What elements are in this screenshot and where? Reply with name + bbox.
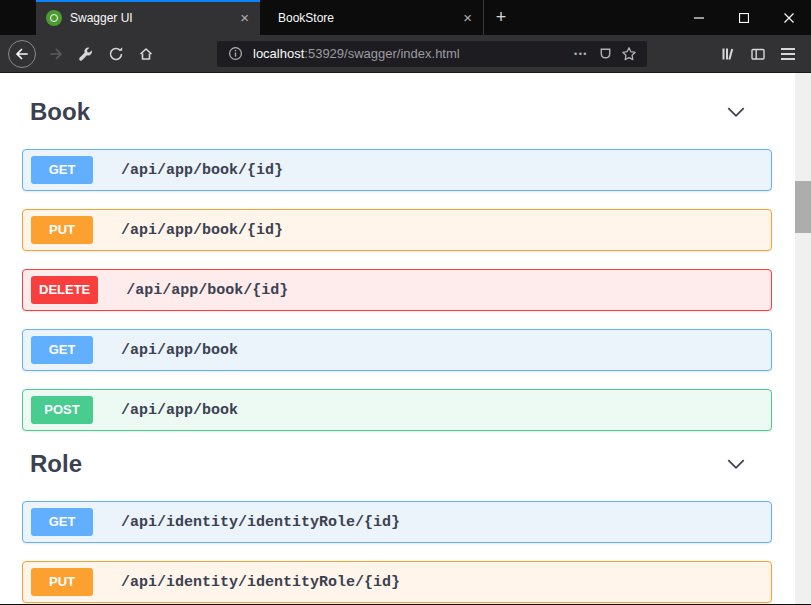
hamburger-icon xyxy=(781,48,795,50)
refresh-button[interactable] xyxy=(101,40,131,68)
method-badge: POST xyxy=(31,396,93,424)
endpoint-path: /api/identity/identityRole/{id} xyxy=(121,514,400,531)
endpoint-row[interactable]: PUT /api/app/book/{id} xyxy=(22,209,772,251)
tab-close-icon[interactable]: × xyxy=(460,9,475,26)
window-controls xyxy=(676,0,811,35)
forward-button[interactable] xyxy=(41,40,71,68)
method-badge: GET xyxy=(31,336,93,364)
tab-bar: Swagger UI × BookStore × + xyxy=(0,0,811,35)
chevron-down-icon[interactable] xyxy=(725,101,747,123)
method-badge: PUT xyxy=(31,568,93,596)
url-host: localhost xyxy=(253,46,304,61)
url-text: localhost:53929/swagger/index.html xyxy=(253,46,460,61)
refresh-icon xyxy=(108,46,124,62)
endpoint-row[interactable]: GET /api/identity/identityRole/{id} xyxy=(22,501,772,543)
swagger-page: Book GET /api/app/book/{id} PUT /api/app… xyxy=(0,73,795,604)
section-book: Book GET /api/app/book/{id} PUT /api/app… xyxy=(22,97,772,431)
library-icon xyxy=(720,46,736,62)
wrench-icon xyxy=(78,46,94,62)
pocket-button[interactable] xyxy=(593,42,617,66)
endpoint-path: /api/app/book/{id} xyxy=(121,222,283,239)
library-button[interactable] xyxy=(713,40,743,68)
endpoint-row[interactable]: DELETE /api/app/book/{id} xyxy=(22,269,772,311)
star-icon xyxy=(621,46,637,62)
page-actions-button[interactable]: ••• xyxy=(569,42,593,66)
info-icon xyxy=(228,46,243,61)
section-title: Book xyxy=(30,98,90,126)
back-arrow-icon xyxy=(14,46,30,62)
forward-arrow-icon xyxy=(48,46,64,62)
method-badge: GET xyxy=(31,508,93,536)
minimize-button[interactable] xyxy=(676,0,721,35)
endpoint-path: /api/app/book xyxy=(121,342,238,359)
home-button[interactable] xyxy=(131,40,161,68)
navigation-toolbar: localhost:53929/swagger/index.html ••• xyxy=(0,35,811,73)
wrench-button[interactable] xyxy=(71,40,101,68)
tab-bookstore[interactable]: BookStore × xyxy=(260,0,484,35)
maximize-button[interactable] xyxy=(721,0,766,35)
tab-close-icon[interactable]: × xyxy=(237,9,252,26)
endpoint-path: /api/app/book xyxy=(121,402,238,419)
page-content: Book GET /api/app/book/{id} PUT /api/app… xyxy=(0,73,811,604)
method-badge: PUT xyxy=(31,216,93,244)
swagger-favicon xyxy=(46,10,62,26)
toolbar-right-group xyxy=(713,40,803,68)
bookmark-button[interactable] xyxy=(617,42,641,66)
browser-window: Swagger UI × BookStore × + xyxy=(0,0,811,605)
chevron-down-icon[interactable] xyxy=(725,453,747,475)
section-title: Role xyxy=(30,450,82,478)
sidebar-icon xyxy=(750,46,766,62)
back-button[interactable] xyxy=(8,40,36,68)
site-info-button[interactable] xyxy=(223,42,247,66)
section-header-role[interactable]: Role xyxy=(22,449,772,479)
scrollbar-thumb[interactable] xyxy=(795,181,811,233)
scrollbar[interactable] xyxy=(795,73,811,604)
section-header-book[interactable]: Book xyxy=(22,97,772,127)
close-button[interactable] xyxy=(766,0,811,35)
endpoint-path: /api/identity/identityRole/{id} xyxy=(121,574,400,591)
sidebar-button[interactable] xyxy=(743,40,773,68)
tab-title: Swagger UI xyxy=(70,11,231,25)
tab-title: BookStore xyxy=(278,11,454,25)
new-tab-button[interactable]: + xyxy=(484,0,518,35)
home-icon xyxy=(138,46,154,62)
url-bar[interactable]: localhost:53929/swagger/index.html ••• xyxy=(217,41,647,67)
endpoint-row[interactable]: PUT /api/identity/identityRole/{id} xyxy=(22,561,772,603)
section-role: Role GET /api/identity/identityRole/{id}… xyxy=(22,449,772,603)
method-badge: GET xyxy=(31,156,93,184)
endpoint-path: /api/app/book/{id} xyxy=(126,282,288,299)
endpoint-row[interactable]: POST /api/app/book xyxy=(22,389,772,431)
menu-button[interactable] xyxy=(773,40,803,68)
url-path: :53929/swagger/index.html xyxy=(304,46,459,61)
method-badge: DELETE xyxy=(31,276,98,304)
shield-icon xyxy=(598,46,613,61)
endpoint-row[interactable]: GET /api/app/book xyxy=(22,329,772,371)
endpoint-row[interactable]: GET /api/app/book/{id} xyxy=(22,149,772,191)
endpoint-path: /api/app/book/{id} xyxy=(121,162,283,179)
tab-swagger-ui[interactable]: Swagger UI × xyxy=(36,0,260,35)
ellipsis-icon: ••• xyxy=(574,49,588,59)
